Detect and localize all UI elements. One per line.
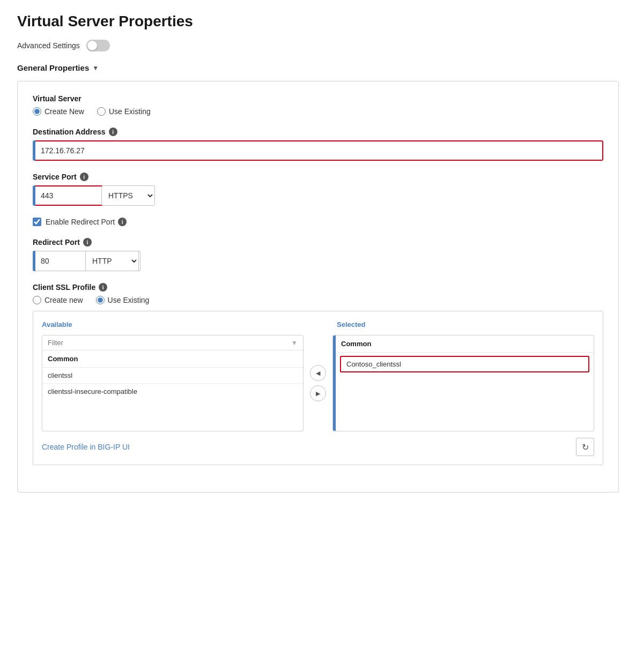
client-ssl-profile-info-icon: i <box>99 283 107 292</box>
client-ssl-profile-field-group: Client SSL Profile i Create new Use Exis… <box>33 283 603 465</box>
arrow-right-icon: ▶ <box>316 390 320 397</box>
ssl-create-new-label: Create new <box>45 296 83 304</box>
ssl-panels: ▼ Common clientssl clientssl-insecure-co… <box>42 335 594 431</box>
service-port-label: Service Port i <box>33 173 603 181</box>
redirect-port-row: HTTP HTTPS TCP <box>33 251 603 271</box>
ssl-selected-panel: Common Contoso_clientssl <box>332 335 594 431</box>
client-ssl-profile-label: Client SSL Profile i <box>33 283 603 292</box>
redirect-port-info-icon: i <box>83 238 92 247</box>
destination-address-input[interactable] <box>35 140 603 161</box>
enable-redirect-port-label: Enable Redirect Port i <box>46 218 127 226</box>
destination-address-input-wrapper <box>33 140 603 161</box>
available-panel-label: Available <box>42 320 72 328</box>
available-group-common-header: Common <box>42 350 303 368</box>
virtual-server-create-new-label: Create New <box>45 107 84 116</box>
virtual-server-use-existing-label: Use Existing <box>109 107 151 116</box>
service-port-row: HTTPS HTTP TCP UDP <box>33 185 603 206</box>
ssl-filter-bar: ▼ <box>42 335 303 350</box>
selected-group-common-header: Common <box>336 335 594 353</box>
ssl-use-existing-radio[interactable] <box>96 296 105 304</box>
service-port-input-wrapper <box>33 185 97 206</box>
available-item-clientssl[interactable]: clientssl <box>42 368 303 384</box>
ssl-use-existing-label: Use Existing <box>108 296 150 304</box>
refresh-icon: ↻ <box>582 442 589 452</box>
general-properties-card: Virtual Server Create New Use Existing D… <box>17 81 619 492</box>
enable-redirect-port-info-icon: i <box>118 218 127 226</box>
virtual-server-radio-group: Create New Use Existing <box>33 107 603 116</box>
ssl-arrow-buttons: ◀ ▶ <box>310 365 326 401</box>
create-profile-row: Create Profile in BIG-IP UI ↻ <box>42 438 594 456</box>
general-properties-chevron-icon: ▼ <box>92 64 99 72</box>
virtual-server-use-existing-radio[interactable] <box>97 107 106 116</box>
filter-icon: ▼ <box>291 339 298 347</box>
destination-address-info-icon: i <box>109 128 117 136</box>
redirect-port-protocol-select[interactable]: HTTP HTTPS TCP <box>85 251 139 271</box>
ssl-list-header: Available Selected <box>42 320 594 328</box>
ssl-list-container: Available Selected ▼ Common cli <box>33 311 603 465</box>
general-properties-section-header[interactable]: General Properties ▼ <box>17 63 619 72</box>
service-port-field-group: Service Port i HTTPS HTTP TCP UDP <box>33 173 603 206</box>
selected-item-contoso[interactable]: Contoso_clientssl <box>340 356 589 372</box>
ssl-move-right-button[interactable]: ▶ <box>310 385 326 401</box>
selected-panel-blue-bar <box>333 335 336 431</box>
selected-panel-label: Selected <box>337 320 365 328</box>
virtual-server-label: Virtual Server <box>33 94 603 103</box>
ssl-create-new-radio[interactable] <box>33 296 41 304</box>
advanced-settings-toggle[interactable] <box>86 40 110 51</box>
available-item-clientssl-insecure[interactable]: clientssl-insecure-compatible <box>42 384 303 399</box>
service-port-info-icon: i <box>80 173 88 181</box>
virtual-server-use-existing-option[interactable]: Use Existing <box>97 107 151 116</box>
refresh-button[interactable]: ↻ <box>576 438 594 456</box>
create-profile-link[interactable]: Create Profile in BIG-IP UI <box>42 443 130 451</box>
virtual-server-create-new-option[interactable]: Create New <box>33 107 84 116</box>
general-properties-label: General Properties <box>17 63 89 72</box>
redirect-port-input-wrapper <box>33 251 81 271</box>
ssl-move-left-button[interactable]: ◀ <box>310 365 326 381</box>
service-port-protocol-select[interactable]: HTTPS HTTP TCP UDP <box>101 185 155 206</box>
destination-address-field-group: Destination Address i <box>33 128 603 161</box>
ssl-filter-input[interactable] <box>48 339 288 347</box>
redirect-port-field-group: Redirect Port i HTTP HTTPS TCP <box>33 238 603 271</box>
virtual-server-field-group: Virtual Server Create New Use Existing <box>33 94 603 116</box>
redirect-port-label: Redirect Port i <box>33 238 603 247</box>
client-ssl-profile-radio-group: Create new Use Existing <box>33 296 603 304</box>
virtual-server-create-new-radio[interactable] <box>33 107 41 116</box>
enable-redirect-port-row: Enable Redirect Port i <box>33 218 603 226</box>
destination-address-label: Destination Address i <box>33 128 603 136</box>
page-title: Virtual Server Properties <box>17 13 619 30</box>
ssl-use-existing-option[interactable]: Use Existing <box>96 296 150 304</box>
ssl-available-panel: ▼ Common clientssl clientssl-insecure-co… <box>42 335 304 431</box>
ssl-available-list: Common clientssl clientssl-insecure-comp… <box>42 350 303 399</box>
ssl-create-new-option[interactable]: Create new <box>33 296 83 304</box>
advanced-settings-label: Advanced Settings <box>17 41 80 50</box>
arrow-left-icon: ◀ <box>316 370 320 377</box>
enable-redirect-port-checkbox[interactable] <box>33 218 41 226</box>
